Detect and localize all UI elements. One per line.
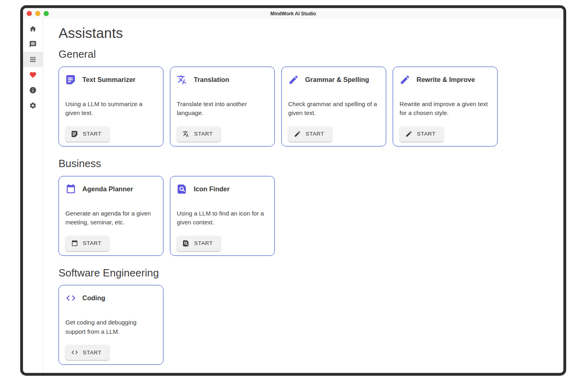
app-window: MindWork AI Studio Assistants General Te… [20,5,566,376]
traffic-lights [23,11,49,16]
minimize-button[interactable] [35,11,40,16]
assistant-card[interactable]: Agenda Planner Generate an agenda for a … [59,176,163,256]
section-heading: Business [59,157,554,171]
sidebar-item-favorites-heart[interactable] [23,67,43,82]
card-grid: Text Summarizer Using a LLM to summarize… [59,67,554,147]
section-heading: General [59,48,554,61]
content: Assistants General Text Summarizer Using… [43,19,563,373]
titlebar: MindWork AI Studio [23,8,563,19]
card-title: Grammar & Spelling [305,76,369,84]
chat-icon [29,40,37,48]
apps-icon [29,56,37,63]
start-button[interactable]: START [177,236,221,251]
card-title: Rewrite & Improve [416,76,475,84]
favorites-heart-icon [29,71,37,79]
translate-icon [177,74,188,85]
sidebar-item-home[interactable] [23,21,43,36]
assistant-section: Software Engineering Coding Get coding a… [59,266,554,365]
card-header: Text Summarizer [65,74,136,85]
window-title: MindWork AI Studio [23,11,563,17]
card-header: Agenda Planner [65,184,133,195]
close-button[interactable] [27,11,32,16]
zoom-button[interactable] [44,11,49,16]
icon-search-icon [182,240,190,247]
card-header: Coding [65,293,105,303]
summarize-icon [71,130,78,138]
start-button[interactable]: START [288,126,332,142]
sidebar-item-apps[interactable] [23,52,43,67]
start-button-label: START [194,131,213,137]
calendar-icon [65,184,76,195]
card-header: Grammar & Spelling [288,74,369,85]
start-button-label: START [83,350,102,356]
card-grid: Agenda Planner Generate an agenda for a … [59,176,554,256]
assistant-section: General Text Summarizer Using a LLM to s… [59,48,554,147]
start-button-label: START [83,240,102,246]
sidebar-item-info[interactable] [23,82,43,98]
settings-gear-icon [29,102,37,109]
start-button[interactable]: START [65,236,109,251]
assistant-card[interactable]: Rewrite & Improve Rewrite and improve a … [393,67,498,147]
card-title: Agenda Planner [82,185,133,193]
sidebar-item-chat[interactable] [23,36,43,52]
card-title: Coding [82,294,105,302]
edit-icon [400,74,410,85]
assistant-card[interactable]: Text Summarizer Using a LLM to summarize… [59,67,163,147]
card-header: Icon Finder [177,184,230,195]
start-button[interactable]: START [65,345,109,360]
assistant-card[interactable]: Coding Get coding and debugging support … [59,285,163,365]
start-button-label: START [194,240,213,246]
card-description: Translate text into another language. [177,100,268,118]
start-button-label: START [417,131,436,137]
card-description: Using a LLM to find an icon for a given … [177,209,268,227]
assistant-card[interactable]: Translation Translate text into another … [170,67,275,147]
start-button[interactable]: START [400,126,444,142]
start-button-label: START [83,131,102,137]
summarize-icon [65,74,76,85]
start-button[interactable]: START [65,126,109,142]
section-heading: Software Engineering [59,266,554,280]
card-header: Rewrite & Improve [400,74,475,85]
card-title: Translation [194,76,229,84]
translate-icon [182,130,190,138]
card-description: Rewrite and improve a given text for a c… [400,100,491,118]
sections: General Text Summarizer Using a LLM to s… [59,48,554,365]
window-body: Assistants General Text Summarizer Using… [23,19,563,373]
code-icon [65,293,76,303]
card-description: Using a LLM to summarize a given text. [65,100,157,118]
card-title: Text Summarizer [82,76,136,84]
assistant-card[interactable]: Grammar & Spelling Check grammar and spe… [281,67,386,147]
card-description: Get coding and debugging support from a … [65,318,157,336]
card-description: Generate an agenda for a given meeting, … [65,209,157,227]
icon-search-icon [177,184,188,195]
sidebar [23,19,43,373]
card-title: Icon Finder [194,185,230,193]
edit-icon [405,130,412,138]
start-button[interactable]: START [177,126,221,142]
edit-icon [294,130,301,138]
info-icon [29,86,37,94]
code-icon [71,349,78,356]
card-grid: Coding Get coding and debugging support … [59,285,554,365]
assistant-section: Business Agenda Planner Generate an agen… [59,157,554,256]
card-header: Translation [177,74,229,85]
home-icon [29,25,37,33]
sidebar-item-settings-gear[interactable] [23,98,43,113]
card-description: Check grammar and spelling of a given te… [288,100,379,118]
assistant-card[interactable]: Icon Finder Using a LLM to find an icon … [170,176,275,256]
edit-icon [288,74,299,85]
start-button-label: START [306,131,324,137]
page-title: Assistants [59,25,554,42]
calendar-icon [71,240,78,247]
